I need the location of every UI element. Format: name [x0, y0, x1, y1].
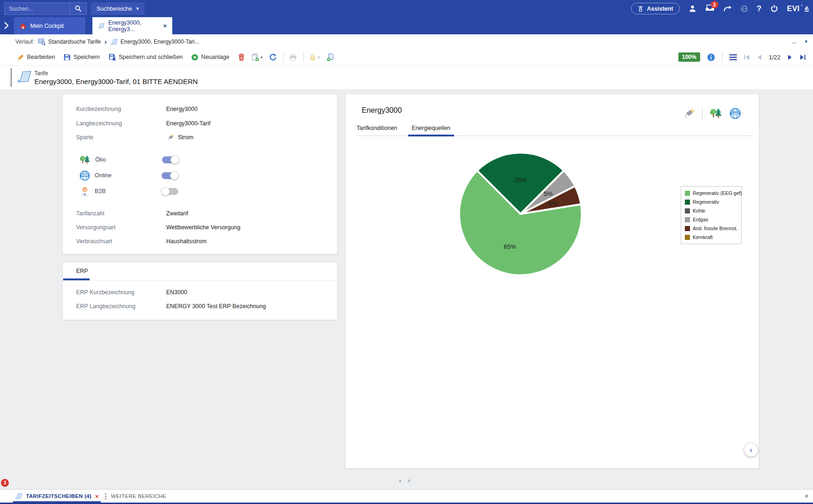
tab-label: WEITERE BEREICHE	[111, 493, 166, 499]
history-back-icon[interactable]	[791, 38, 798, 45]
app-window: Suchbereiche Assistent 3 EVI°	[0, 0, 813, 504]
sheet-plus-icon	[326, 53, 334, 61]
search-input[interactable]	[5, 3, 70, 14]
field-row: Verbrauchsart Haushaltsstrom	[76, 236, 329, 246]
field-label: Versorgungsart	[76, 224, 166, 231]
save-button[interactable]: Speichern	[64, 54, 99, 61]
expand-sidebar-icon[interactable]	[4, 21, 9, 30]
tab-tarifkonditionen[interactable]: Tarifkonditionen	[356, 125, 398, 131]
breadcrumb-item-search[interactable]: Standardsuche Tarife	[38, 38, 101, 45]
tab-erp[interactable]: ERP	[76, 268, 88, 274]
assistant-button[interactable]: Assistent	[631, 3, 679, 14]
add-document-button[interactable]	[326, 53, 334, 61]
legend-swatch	[685, 208, 690, 213]
delete-button[interactable]	[238, 53, 245, 61]
globe-faded-icon[interactable]	[741, 5, 748, 13]
splitter-down-icon[interactable]	[398, 478, 402, 483]
toggle-label: Online	[95, 172, 139, 179]
notebook-icon	[15, 493, 22, 499]
history-dropdown-icon[interactable]	[805, 39, 807, 45]
content-area: Kurzbezeichnung Energy3000 Langbezeichnu…	[0, 89, 813, 489]
power-plug-icon	[166, 134, 175, 141]
save-close-button[interactable]: Speichern und schließen	[109, 53, 183, 61]
floppy-icon	[64, 54, 71, 61]
tab-energiequellen[interactable]: Energiequellen	[411, 125, 451, 131]
legend-label: Regenerativ (EEG gef)	[693, 190, 742, 196]
field-label: Langbezeichnung	[76, 120, 166, 127]
notebook-icon	[111, 39, 118, 45]
legend-swatch	[685, 235, 690, 240]
more-options-icon[interactable]	[105, 496, 106, 497]
trees-icon	[709, 107, 722, 119]
breadcrumb-item-record[interactable]: Energy3000, Energy3000-Tari...	[111, 39, 199, 45]
menu-icon[interactable]	[729, 54, 737, 60]
lock-button[interactable]	[309, 53, 320, 61]
lock-icon	[309, 53, 316, 61]
toggle-online[interactable]	[162, 172, 178, 179]
legend-item: Regenerativ	[685, 199, 737, 205]
field-value: Energy3000	[166, 106, 197, 112]
legend-label: And. fossile Brennst.	[693, 226, 737, 231]
energy-panel-tabs: Tarifkonditionen Energiequellen	[356, 122, 753, 136]
first-page-icon[interactable]	[744, 54, 750, 60]
user-icon[interactable]	[689, 5, 696, 13]
toggle-b2b[interactable]	[162, 188, 178, 195]
zoom-badge[interactable]: 100%	[678, 52, 700, 62]
close-tab-icon[interactable]	[163, 22, 167, 29]
energy-sources-pie-chart: 25%5%5%65%	[451, 144, 590, 284]
edit-button[interactable]: Bearbeiten	[17, 54, 55, 61]
inbox-button[interactable]: 3	[705, 4, 715, 13]
tab-label: Mein Cockpit	[30, 23, 64, 29]
edit-label: Bearbeiten	[27, 54, 55, 60]
prev-page-icon[interactable]	[757, 54, 762, 60]
tab-weitere-bereiche[interactable]: WEITERE BEREICHE	[111, 490, 166, 503]
help-icon[interactable]	[757, 4, 761, 13]
assistant-label: Assistent	[647, 6, 673, 12]
last-page-icon[interactable]	[800, 54, 806, 60]
divider	[702, 107, 702, 119]
search-button[interactable]	[70, 3, 86, 14]
search-icon	[75, 5, 82, 12]
floppy-close-icon	[109, 53, 116, 61]
power-plug-icon	[683, 108, 695, 119]
collapse-bottom-icon[interactable]	[805, 492, 808, 499]
toggle-oeko[interactable]	[162, 156, 179, 163]
toolbar-separator	[722, 52, 722, 62]
new-record-button[interactable]: Neuanlage	[191, 54, 229, 61]
field-value: Wettbewerbliche Versorgung	[166, 224, 241, 231]
legend-swatch	[685, 191, 690, 196]
tab-tarifzeitscheiben[interactable]: TARIFZEITSCHEIBEN (4)	[13, 490, 101, 503]
tab-energy3000[interactable]: Energy3000, Energy3...	[92, 17, 172, 34]
info-icon[interactable]	[707, 53, 715, 61]
record-header: Tarife Energy3000, Energy3000-Tarif, 01 …	[0, 65, 813, 89]
copy-plus-icon	[251, 53, 259, 61]
field-label: ERP Langbezeichnung	[76, 303, 166, 310]
businessman-icon	[79, 186, 90, 197]
redo-icon[interactable]	[723, 6, 732, 12]
panel-attribute-icons: WWW	[683, 107, 741, 119]
tab-label: Energy3000, Energy3...	[108, 19, 159, 32]
tab-label: TARIFZEITSCHEIBEN (4)	[26, 493, 91, 499]
refresh-button[interactable]	[269, 53, 277, 61]
search-scope-button[interactable]: Suchbereiche	[91, 2, 144, 15]
print-button[interactable]	[289, 54, 297, 61]
field-row: ERP Kurzbezeichnung EN3000	[76, 287, 329, 297]
save-label: Speichern	[73, 54, 99, 60]
legend-item: Regenerativ (EEG gef)	[685, 190, 737, 196]
splitter-up-icon[interactable]	[407, 478, 410, 483]
close-tab-icon[interactable]	[95, 493, 99, 500]
svg-text:WWW: WWW	[81, 174, 88, 177]
left-splitter[interactable]	[11, 68, 12, 87]
field-value: EN3000	[166, 289, 187, 296]
plus-circle-icon	[191, 54, 198, 61]
breadcrumb-label: Standardsuche Tarife	[48, 39, 101, 45]
next-page-icon[interactable]	[787, 54, 793, 60]
toggle-knob	[161, 187, 170, 196]
trash-icon	[238, 53, 245, 61]
tab-mein-cockpit[interactable]: Mein Cockpit	[14, 17, 85, 34]
copy-record-button[interactable]	[251, 53, 263, 61]
collapse-panel-button[interactable]	[744, 443, 758, 457]
power-icon[interactable]	[770, 5, 778, 13]
page-indicator: 1/22	[769, 54, 780, 61]
pie-slice-label: 5%	[544, 190, 553, 197]
